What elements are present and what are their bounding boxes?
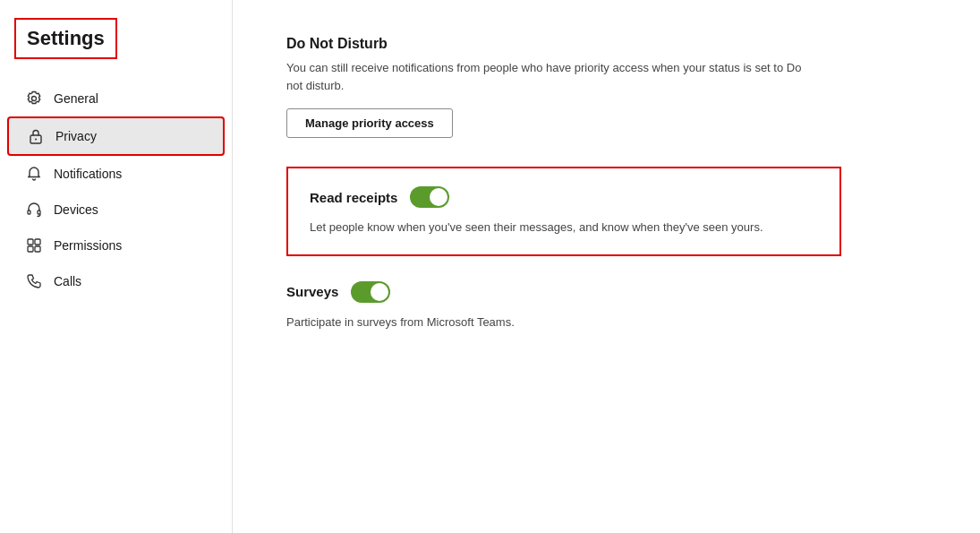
surveys-toggle[interactable] [351, 281, 390, 303]
dnd-title: Do Not Disturb [286, 36, 926, 52]
sidebar-item-label-privacy: Privacy [55, 129, 97, 143]
grid-icon [25, 236, 43, 254]
gear-icon [25, 90, 43, 107]
settings-title-wrapper: Settings [14, 18, 117, 59]
surveys-description: Participate in surveys from Microsoft Te… [286, 314, 926, 331]
sidebar-item-label-notifications: Notifications [54, 167, 122, 181]
sidebar-item-label-devices: Devices [54, 202, 98, 217]
read-receipts-description: Let people know when you've seen their m… [310, 219, 811, 236]
svg-point-1 [35, 139, 37, 141]
sidebar-item-general[interactable]: General [7, 81, 225, 116]
svg-rect-5 [35, 239, 40, 245]
svg-rect-6 [28, 246, 33, 252]
headset-icon [25, 201, 43, 219]
dnd-section: Do Not Disturb You can still receive not… [286, 36, 926, 138]
svg-rect-7 [35, 246, 40, 252]
lock-icon [27, 127, 45, 145]
read-receipts-section: Read receipts Let people know when you'v… [286, 167, 841, 256]
read-receipts-toggle-row: Read receipts [310, 186, 818, 208]
sidebar-item-label-general: General [54, 91, 98, 106]
sidebar-item-label-calls: Calls [54, 274, 81, 288]
sidebar-item-permissions[interactable]: Permissions [7, 228, 225, 263]
svg-rect-4 [28, 239, 33, 245]
read-receipts-label: Read receipts [310, 190, 397, 205]
sidebar-item-label-permissions: Permissions [54, 238, 122, 253]
surveys-section: Surveys Participate in surveys from Micr… [286, 281, 926, 331]
svg-rect-2 [28, 211, 30, 214]
sidebar-item-privacy[interactable]: Privacy [7, 116, 225, 156]
sidebar: Settings General Privacy [0, 0, 233, 533]
sidebar-item-notifications[interactable]: Notifications [7, 156, 225, 192]
svg-rect-3 [38, 211, 40, 214]
main-content: Do Not Disturb You can still receive not… [233, 0, 980, 533]
manage-priority-access-button[interactable]: Manage priority access [286, 108, 453, 138]
read-receipts-toggle[interactable] [410, 186, 449, 208]
bell-icon [25, 165, 43, 183]
page-title: Settings [27, 27, 105, 49]
surveys-toggle-row: Surveys [286, 281, 926, 303]
dnd-description: You can still receive notifications from… [286, 59, 805, 94]
sidebar-item-calls[interactable]: Calls [7, 263, 225, 299]
phone-icon [25, 272, 43, 290]
surveys-label: Surveys [286, 284, 338, 299]
sidebar-item-devices[interactable]: Devices [7, 192, 225, 228]
